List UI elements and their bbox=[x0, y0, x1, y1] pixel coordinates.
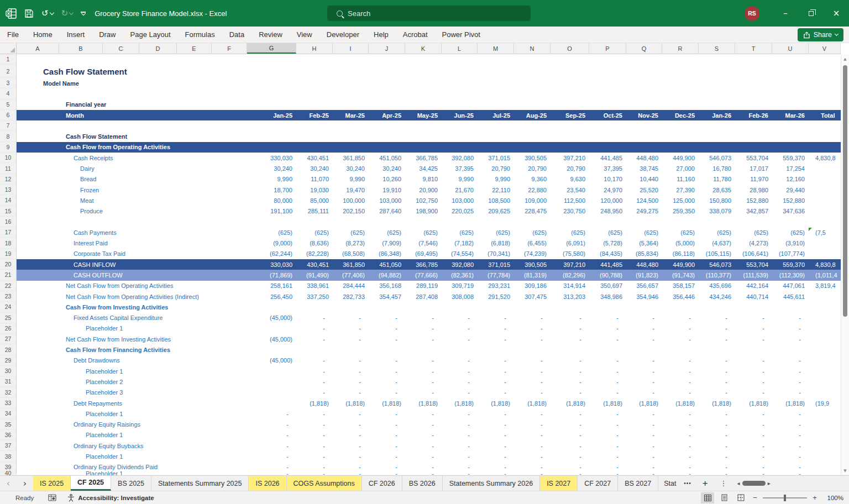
cell[interactable]: 100,000 bbox=[333, 195, 369, 206]
row-header-21[interactable]: 21 bbox=[0, 270, 17, 280]
page-break-view-button[interactable] bbox=[734, 492, 747, 503]
column-header-P[interactable]: P bbox=[589, 43, 626, 54]
cell[interactable]: - bbox=[442, 355, 478, 366]
cell[interactable]: - bbox=[296, 430, 333, 440]
cell[interactable]: 330,030 bbox=[247, 153, 296, 163]
cell[interactable]: - bbox=[442, 473, 478, 475]
zoom-slider-thumb[interactable] bbox=[784, 495, 786, 501]
cell[interactable]: 108,500 bbox=[478, 195, 514, 206]
cell[interactable]: - bbox=[369, 430, 405, 440]
cell[interactable]: 361,850 bbox=[333, 153, 369, 163]
cell[interactable]: - bbox=[626, 440, 662, 451]
cell[interactable]: Mar-25 bbox=[333, 110, 369, 120]
cell[interactable]: (1,818) bbox=[405, 398, 442, 408]
cell-total[interactable] bbox=[809, 451, 841, 461]
cell[interactable]: 17,017 bbox=[735, 163, 772, 174]
cell[interactable]: 103,000 bbox=[442, 195, 478, 206]
cell[interactable]: - bbox=[626, 355, 662, 366]
cell[interactable]: - bbox=[514, 366, 551, 376]
cell[interactable]: - bbox=[333, 451, 369, 461]
column-header-S[interactable]: S bbox=[699, 43, 735, 54]
ribbon-tab-insert[interactable]: Insert bbox=[60, 27, 92, 43]
cell[interactable]: - bbox=[699, 313, 735, 323]
column-header-E[interactable]: E bbox=[177, 43, 212, 54]
cell[interactable]: (625) bbox=[772, 227, 809, 238]
cell[interactable]: - bbox=[478, 376, 514, 387]
cell[interactable]: 258,161 bbox=[247, 281, 296, 291]
cell[interactable]: - bbox=[772, 473, 809, 475]
sheet-tab-is-2027[interactable]: IS 2027 bbox=[540, 476, 578, 491]
sheet-tab-stat[interactable]: Stat bbox=[658, 476, 679, 491]
cell-total[interactable] bbox=[809, 440, 841, 451]
cell[interactable]: - bbox=[662, 366, 699, 376]
cell[interactable]: - bbox=[735, 323, 772, 334]
cell[interactable]: (6,455) bbox=[514, 238, 551, 248]
cell[interactable]: 442,164 bbox=[735, 281, 772, 291]
cell[interactable]: - bbox=[699, 473, 735, 475]
cell[interactable]: (1,818) bbox=[589, 398, 626, 408]
cell[interactable]: 11,780 bbox=[699, 174, 735, 185]
cell[interactable]: Sep-25 bbox=[551, 110, 589, 120]
ribbon-tab-help[interactable]: Help bbox=[366, 27, 396, 43]
avatar[interactable]: RS bbox=[745, 6, 759, 21]
cell[interactable] bbox=[247, 323, 296, 334]
ribbon-tab-view[interactable]: View bbox=[290, 27, 319, 43]
cell[interactable]: 287,408 bbox=[405, 291, 442, 302]
cell-total[interactable] bbox=[809, 334, 841, 344]
cell[interactable]: 20,790 bbox=[514, 163, 551, 174]
cell[interactable]: - bbox=[699, 376, 735, 387]
cell[interactable]: (91,743) bbox=[662, 270, 699, 280]
column-header-V[interactable]: V bbox=[809, 43, 841, 54]
cell[interactable]: - bbox=[551, 408, 589, 419]
cell[interactable]: - bbox=[589, 376, 626, 387]
row-header-19[interactable]: 19 bbox=[0, 249, 17, 259]
ribbon-tab-data[interactable]: Data bbox=[222, 27, 251, 43]
cell[interactable]: - bbox=[699, 323, 735, 334]
cell[interactable]: - bbox=[442, 440, 478, 451]
page-layout-view-button[interactable] bbox=[717, 492, 731, 503]
cell[interactable]: - bbox=[626, 387, 662, 398]
row-header-11[interactable]: 11 bbox=[0, 163, 17, 174]
sheet-tab-bs-2025[interactable]: BS 2025 bbox=[111, 476, 151, 491]
tab-bar-menu-icon[interactable]: ⋮ bbox=[715, 479, 733, 487]
cell[interactable]: - bbox=[247, 473, 296, 475]
cell[interactable]: 371,015 bbox=[478, 259, 514, 270]
cell[interactable]: - bbox=[369, 334, 405, 344]
cell-total[interactable] bbox=[809, 366, 841, 376]
cell[interactable]: (111,539) bbox=[735, 270, 772, 280]
cell[interactable]: 27,000 bbox=[662, 163, 699, 174]
customize-qat-button[interactable] bbox=[81, 12, 86, 15]
cell[interactable]: - bbox=[735, 440, 772, 451]
cell[interactable]: - bbox=[333, 408, 369, 419]
cell[interactable]: 125,000 bbox=[662, 195, 699, 206]
cell[interactable]: - bbox=[405, 387, 442, 398]
cell[interactable]: 358,157 bbox=[662, 281, 699, 291]
column-header-T[interactable]: T bbox=[735, 43, 772, 54]
cell[interactable]: - bbox=[551, 440, 589, 451]
cell-total[interactable]: Total bbox=[809, 110, 841, 120]
cell[interactable]: 337,250 bbox=[296, 291, 333, 302]
ribbon-tab-review[interactable]: Review bbox=[251, 27, 290, 43]
sheet-tab-statements-summary-2025[interactable]: Statements Summary 2025 bbox=[151, 476, 249, 491]
zoom-out-button[interactable]: − bbox=[751, 494, 759, 502]
row-label[interactable] bbox=[17, 120, 247, 131]
cell[interactable]: - bbox=[735, 334, 772, 344]
sheet-tab-cf-2025[interactable]: CF 2025 bbox=[71, 476, 111, 491]
cell[interactable]: - bbox=[551, 462, 589, 473]
cell[interactable]: - bbox=[442, 408, 478, 419]
cell[interactable]: 546,073 bbox=[699, 153, 735, 163]
row-label[interactable]: Cash Flow from Operating Activities bbox=[17, 142, 247, 153]
cell[interactable]: 22,110 bbox=[478, 185, 514, 195]
accessibility-status[interactable]: Accessibility: Investigate bbox=[67, 494, 154, 502]
cell[interactable]: - bbox=[551, 419, 589, 430]
cell[interactable]: - bbox=[369, 408, 405, 419]
cell[interactable]: 248,950 bbox=[589, 206, 626, 217]
cell[interactable]: (91,823) bbox=[626, 270, 662, 280]
cell[interactable]: - bbox=[405, 334, 442, 344]
row-header-34[interactable]: 34 bbox=[0, 408, 17, 419]
cell[interactable]: - bbox=[333, 473, 369, 475]
cell[interactable]: 282,733 bbox=[333, 291, 369, 302]
row-header-18[interactable]: 18 bbox=[0, 238, 17, 248]
cell[interactable]: - bbox=[699, 408, 735, 419]
cell[interactable]: - bbox=[369, 473, 405, 475]
